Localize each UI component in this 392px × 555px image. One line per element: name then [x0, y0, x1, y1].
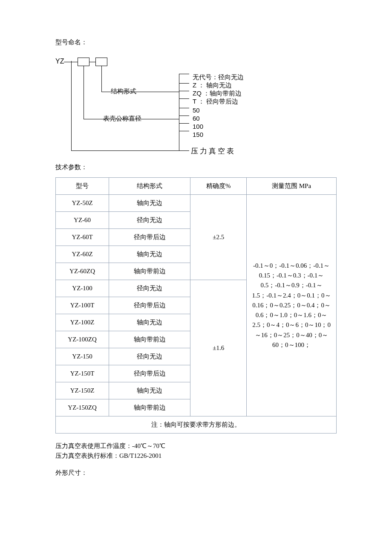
cell-structure: 轴向无边: [109, 195, 190, 212]
cell-model: YZ-50Z: [56, 195, 109, 212]
cell-model: YZ-100T: [56, 297, 109, 314]
label-structure: 结构形式: [111, 87, 136, 95]
tech-heading: 技术参数：: [55, 163, 337, 171]
diagram-line: [89, 62, 95, 62]
cell-model: YZ-60ZQ: [56, 263, 109, 280]
options-structure: 无代号：径向无边 Z ： 轴向无边 ZQ ：轴向带前边 T ： 径向带后边: [193, 73, 244, 105]
diagram-line: [179, 91, 189, 91]
cell-structure: 径向无边: [109, 280, 190, 297]
cell-structure: 轴向无边: [109, 314, 190, 331]
diagram-line: [179, 83, 189, 84]
table-header-row: 型号 结构形式 精确度% 测量范围 MPa: [56, 178, 337, 195]
diagram-line: [71, 150, 189, 151]
naming-heading: 型号命名：: [55, 38, 337, 46]
dimensions-heading: 外形尺寸：: [55, 469, 337, 477]
cell-model: YZ-150ZQ: [56, 399, 109, 416]
th-accuracy: 精确度%: [190, 178, 247, 195]
table-note-row: 注：轴向可按要求带方形前边。: [56, 416, 337, 434]
cell-structure: 轴向带前边: [109, 331, 190, 348]
diagram-line: [71, 61, 72, 150]
diagram-line: [179, 74, 179, 150]
note-standard: 压力真空表执行标准：GB/T1226-2001: [55, 451, 337, 461]
diagram-line: [179, 116, 189, 116]
options-diameter: 50 60 100 150: [193, 106, 203, 139]
cell-range: -0.1～0；-0.1～0.06；-0.1～0.15；-0.1～0.3；-0.1…: [247, 195, 337, 416]
cell-structure: 径向无边: [109, 348, 190, 365]
cell-model: YZ-60Z: [56, 246, 109, 263]
diagram-line: [101, 66, 102, 92]
cell-structure: 径向带后边: [109, 297, 190, 314]
cell-structure: 轴向带前边: [109, 399, 190, 416]
cell-structure: 轴向无边: [109, 382, 190, 399]
cell-model: YZ-100Z: [56, 314, 109, 331]
cell-model: YZ-100: [56, 280, 109, 297]
slot-diameter: [78, 58, 89, 66]
diagram-line: [179, 108, 189, 108]
table-row: YZ-50Z 轴向无边 ±2.5 -0.1～0；-0.1～0.06；-0.1～0…: [56, 195, 337, 212]
cell-structure: 径向无边: [109, 212, 190, 229]
cell-model: YZ-60: [56, 212, 109, 229]
label-gauge-type: 压力真空表: [191, 146, 236, 156]
cell-model: YZ-100ZQ: [56, 331, 109, 348]
diagram-line: [64, 62, 78, 62]
cell-model: YZ-150T: [56, 365, 109, 382]
cell-structure: 径向带后边: [109, 229, 190, 246]
cell-accuracy-b: ±1.6: [190, 280, 247, 416]
th-range: 测量范围 MPa: [247, 178, 337, 195]
cell-structure: 径向带后边: [109, 365, 190, 382]
diagram-line: [179, 98, 189, 99]
diagram-line: [179, 123, 189, 124]
label-diameter: 表壳公称直径: [103, 115, 141, 123]
cell-model: YZ-150: [56, 348, 109, 365]
cell-accuracy-a: ±2.5: [190, 195, 247, 280]
th-structure: 结构形式: [109, 178, 190, 195]
diagram-line: [179, 74, 189, 74]
cell-model: YZ-150Z: [56, 382, 109, 399]
cell-structure: 轴向无边: [109, 246, 190, 263]
spec-table: 型号 结构形式 精确度% 测量范围 MPa YZ-50Z 轴向无边 ±2.5 -…: [55, 177, 337, 434]
diagram-line: [179, 131, 189, 131]
cell-model: YZ-60T: [56, 229, 109, 246]
th-model: 型号: [56, 178, 109, 195]
cell-note: 注：轴向可按要求带方形前边。: [56, 416, 337, 434]
prefix-yz: YZ: [55, 58, 64, 65]
naming-diagram: YZ 结构形式 表壳公称直径 无代号：径向无边 Z ： 轴向无边 ZQ ：轴向带…: [55, 48, 337, 155]
cell-structure: 轴向带前边: [109, 263, 190, 280]
slot-structure: [95, 58, 107, 66]
diagram-line: [84, 66, 84, 119]
note-temperature: 压力真空表使用工作温度：-40℃～70℃: [55, 441, 337, 451]
